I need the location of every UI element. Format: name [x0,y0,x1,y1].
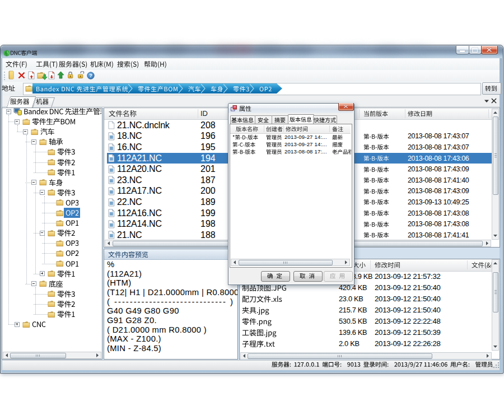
svg-text:?: ? [89,73,92,78]
